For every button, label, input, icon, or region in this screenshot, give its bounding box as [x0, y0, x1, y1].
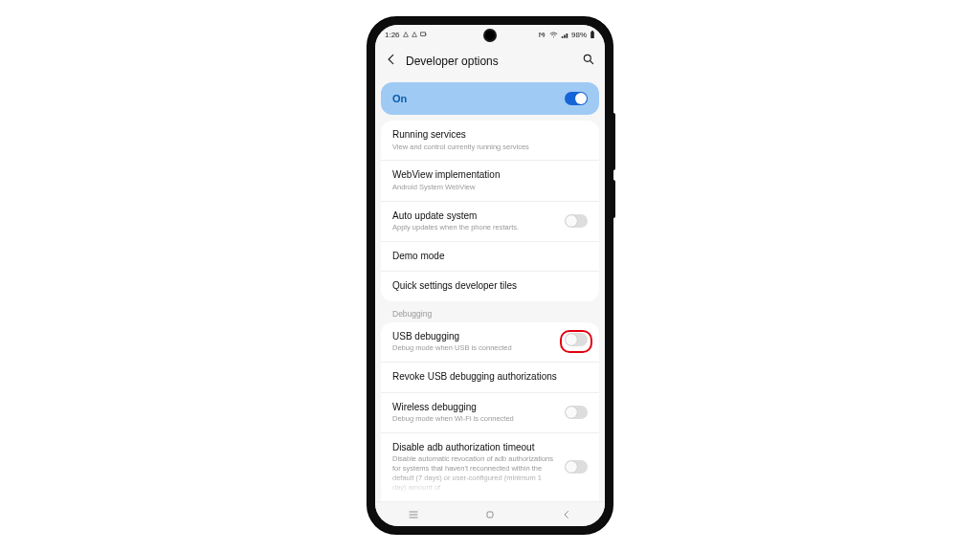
status-icon: [403, 32, 409, 37]
svg-rect-0: [420, 33, 425, 36]
screen: 1:26 98% Developer options: [375, 25, 605, 526]
row-subtitle: Apply updates when the phone restarts.: [392, 223, 557, 232]
status-icon: [412, 32, 417, 37]
nfc-icon: [539, 32, 546, 38]
row-wireless-debugging[interactable]: Wireless debugging Debug mode when Wi-Fi…: [381, 393, 599, 433]
banner-label: On: [392, 93, 407, 104]
usb-debugging-toggle[interactable]: [565, 333, 588, 346]
row-subtitle: View and control currently running servi…: [392, 143, 588, 152]
row-title: Demo mode: [392, 251, 588, 263]
home-icon[interactable]: [483, 508, 497, 521]
auto-update-toggle[interactable]: [565, 214, 588, 228]
row-disable-adb-timeout[interactable]: Disable adb authorization timeout Disabl…: [381, 433, 599, 501]
battery-icon: [590, 31, 595, 39]
row-subtitle: Debug mode when Wi-Fi is connected: [392, 414, 557, 424]
wifi-icon: [549, 32, 558, 38]
phone-frame: 1:26 98% Developer options: [368, 17, 612, 534]
row-title: Disable adb authorization timeout: [392, 442, 557, 454]
back-icon[interactable]: [385, 53, 398, 70]
search-icon[interactable]: [582, 53, 595, 70]
wireless-debugging-toggle[interactable]: [565, 406, 588, 419]
section-label-debugging: Debugging: [381, 301, 599, 322]
row-title: Quick settings developer tiles: [392, 280, 588, 293]
page-title: Developer options: [406, 55, 574, 68]
row-usb-debugging[interactable]: USB debugging Debug mode when USB is con…: [381, 322, 599, 363]
side-button: [612, 180, 615, 218]
status-time: 1:26: [385, 31, 400, 39]
row-webview-implementation[interactable]: WebView implementation Android System We…: [381, 161, 599, 201]
row-title: Running services: [392, 129, 588, 142]
svg-rect-5: [487, 512, 493, 518]
navigation-bar: [375, 501, 605, 526]
row-title: Wireless debugging: [392, 402, 557, 414]
row-title: Auto update system: [392, 210, 557, 223]
row-demo-mode[interactable]: Demo mode: [381, 242, 599, 273]
signal-icon: [561, 32, 568, 38]
status-icon: [420, 32, 427, 37]
row-subtitle: Android System WebView: [392, 183, 588, 192]
settings-list[interactable]: Running services View and control curren…: [375, 121, 605, 501]
header-bar: Developer options: [375, 44, 605, 78]
row-revoke-usb-auth[interactable]: Revoke USB debugging authorizations: [381, 363, 599, 393]
recents-icon[interactable]: [407, 508, 420, 521]
adb-timeout-toggle[interactable]: [565, 460, 588, 474]
developer-options-master-toggle-banner[interactable]: On: [381, 82, 599, 115]
row-subtitle: Debug mode when USB is connected: [392, 343, 557, 353]
front-camera: [485, 31, 495, 40]
row-auto-update-system[interactable]: Auto update system Apply updates when th…: [381, 202, 599, 242]
card-debugging: USB debugging Debug mode when USB is con…: [381, 322, 599, 501]
svg-rect-2: [590, 31, 594, 37]
row-quick-settings-tiles[interactable]: Quick settings developer tiles: [381, 272, 599, 301]
row-subtitle: Disable automatic revocation of adb auth…: [392, 454, 557, 492]
back-nav-icon[interactable]: [560, 508, 573, 521]
row-title: WebView implementation: [392, 169, 588, 182]
row-running-services[interactable]: Running services View and control curren…: [381, 121, 599, 161]
row-title: Revoke USB debugging authorizations: [392, 371, 588, 384]
battery-percent: 98%: [571, 31, 587, 39]
master-toggle[interactable]: [565, 92, 588, 105]
svg-rect-3: [591, 31, 593, 32]
highlight-annotation: [560, 330, 592, 353]
svg-point-4: [584, 55, 590, 61]
svg-point-1: [553, 36, 554, 37]
card-general: Running services View and control curren…: [381, 121, 599, 301]
side-button: [612, 113, 615, 170]
row-title: USB debugging: [392, 331, 557, 343]
